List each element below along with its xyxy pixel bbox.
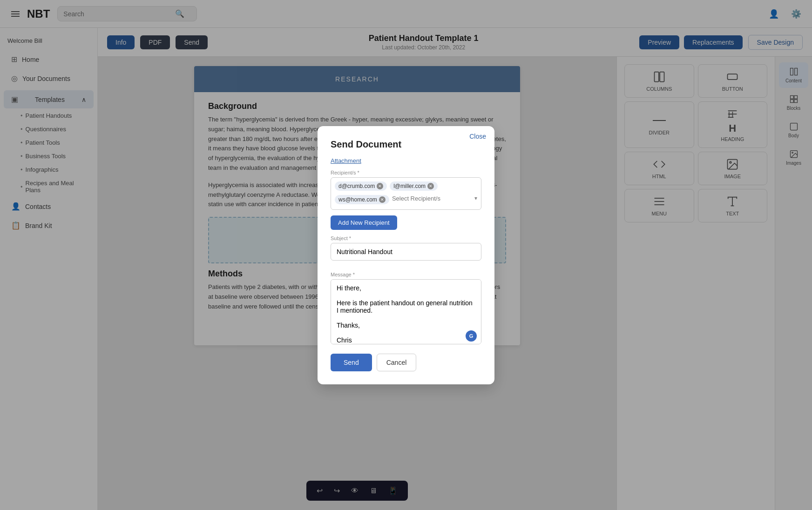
attachment-link[interactable]: Attachment	[331, 157, 481, 164]
message-textarea[interactable]: Hi there, Here is the patient handout on…	[331, 279, 481, 344]
subject-label: Subject *	[331, 235, 481, 241]
recipients-box[interactable]: d@crumb.com ✕ l@miller.com ✕ ws@home.com…	[331, 177, 481, 210]
modal-send-button[interactable]: Send	[331, 354, 372, 371]
send-document-modal: Close Send Document Attachment Recipient…	[318, 126, 494, 384]
recipient-chip-1: l@miller.com ✕	[390, 181, 438, 191]
dropdown-arrow-icon: ▾	[474, 195, 477, 201]
remove-recipient-2[interactable]: ✕	[379, 196, 386, 203]
message-label: Message *	[331, 272, 481, 277]
grammarly-icon: G	[466, 330, 477, 342]
subject-field-group: Subject *	[331, 235, 481, 266]
message-field-group: Message * Hi there, Here is the patient …	[331, 272, 481, 346]
modal-cancel-button[interactable]: Cancel	[377, 354, 417, 371]
message-wrapper: Hi there, Here is the patient handout on…	[331, 279, 481, 346]
modal-close-button[interactable]: Close	[469, 133, 486, 140]
subject-input[interactable]	[331, 243, 481, 261]
add-new-recipient-button[interactable]: Add New Recipient	[331, 215, 397, 230]
modal-footer: Send Cancel	[331, 354, 481, 371]
recipients-field-group: Recipient/s * d@crumb.com ✕ l@miller.com…	[331, 170, 481, 210]
modal-title: Send Document	[331, 139, 481, 150]
remove-recipient-1[interactable]: ✕	[427, 183, 434, 189]
remove-recipient-0[interactable]: ✕	[377, 183, 383, 189]
recipients-label: Recipient/s *	[331, 170, 481, 175]
modal-overlay[interactable]: Close Send Document Attachment Recipient…	[0, 0, 812, 510]
recipient-chip-0: d@crumb.com ✕	[335, 181, 387, 191]
recipient-chip-2: ws@home.com ✕	[335, 195, 389, 204]
recipient-input[interactable]	[392, 195, 472, 202]
